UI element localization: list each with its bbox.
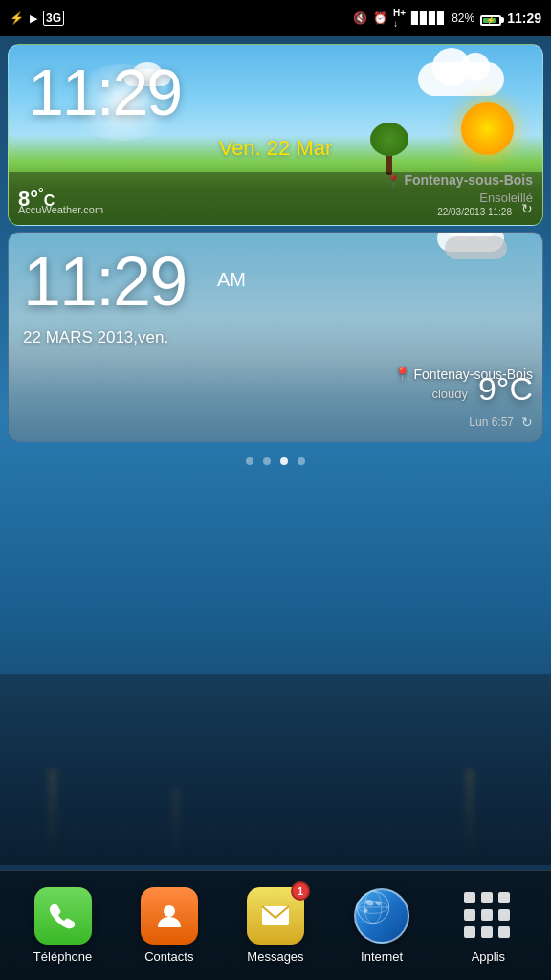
apps-grid-icon [464,892,512,940]
accu-brand: AccuWeather.com [18,204,103,215]
page-dot-1[interactable] [246,457,253,465]
contacts-label: Contacts [144,949,193,964]
page-dot-2[interactable] [263,457,271,465]
messages-label: Messages [247,949,303,964]
clock-refresh-icon[interactable]: ↻ [521,414,533,430]
globe-svg [356,890,390,924]
clock-weather-widget[interactable]: 11:29 AM 22 MARS 2013,ven. 📍 Fontenay-so… [8,232,543,442]
dock-item-messages[interactable]: 1 Messages [228,887,323,964]
battery-icon: ⚡ [480,11,501,26]
widgets-area: 11:29 Ven. 22 Mar 📍 Fontenay-sous-Bois E… [0,36,551,980]
3g-label: 3G [43,11,64,26]
phone-svg [46,899,80,933]
accu-time: 11:29 [28,59,181,124]
internet-label: Internet [361,949,403,964]
accu-updated: 22/03/2013 11:28 [437,207,512,217]
svg-point-0 [164,905,175,917]
applis-icon [459,887,517,945]
mute-icon: 🔇 [353,11,367,25]
phone-icon [34,887,92,945]
page-indicator [8,448,543,475]
dock-item-applis[interactable]: Applis [440,887,536,964]
messages-badge: 1 [291,881,310,901]
internet-icon [353,887,410,945]
clock-sunrise: Lun 6:57 [469,415,514,429]
globe-icon [354,888,409,944]
dock: Téléphone Contacts 1 Messages [0,870,551,980]
battery-percent: 82% [452,11,474,25]
clock-time: 11:29 [23,247,186,316]
contacts-icon [141,887,198,945]
hplus-icon: H+↓ [393,8,406,29]
dock-item-phone[interactable]: Téléphone [15,887,111,964]
alarm-icon: ⏰ [373,11,387,25]
page-dot-4[interactable] [298,457,305,465]
messages-icon: 1 [247,887,304,945]
status-bar: ⚡ ▶ 3G 🔇 ⏰ H+↓ ▊▊▊▊ 82% ⚡ 11:29 [0,0,551,36]
page-dot-3[interactable] [280,457,288,465]
clock-date: 22 MARS 2013,ven. [23,328,168,347]
accu-weather-widget[interactable]: 11:29 Ven. 22 Mar 📍 Fontenay-sous-Bois E… [8,44,543,226]
applis-label: Applis [472,949,505,964]
phone-label: Téléphone [33,949,92,964]
status-right-icons: 🔇 ⏰ H+↓ ▊▊▊▊ 82% ⚡ 11:29 [353,8,541,29]
dock-item-contacts[interactable]: Contacts [121,887,217,964]
cloud-decoration [418,62,504,96]
contacts-svg [152,899,187,933]
accu-date: Ven. 22 Mar [28,136,523,161]
main-content: 11:29 Ven. 22 Mar 📍 Fontenay-sous-Bois E… [0,36,551,980]
clock-ampm: AM [217,269,246,291]
weather-cloud-icon [437,252,514,304]
dock-item-internet[interactable]: Internet [334,887,430,964]
clock-temp: 9°C [478,370,533,408]
location-pin-icon2: 📍 [394,367,410,382]
refresh-icon[interactable]: ↻ [521,201,533,216]
status-left-icons: ⚡ ▶ 3G [10,11,64,26]
messages-svg [258,899,293,933]
usb-icon: ⚡ [10,11,24,25]
status-time: 11:29 [507,11,541,26]
clock-condition: cloudy [431,387,468,401]
play-icon: ▶ [30,12,37,25]
signal-bars-icon: ▊▊▊▊ [411,11,446,25]
